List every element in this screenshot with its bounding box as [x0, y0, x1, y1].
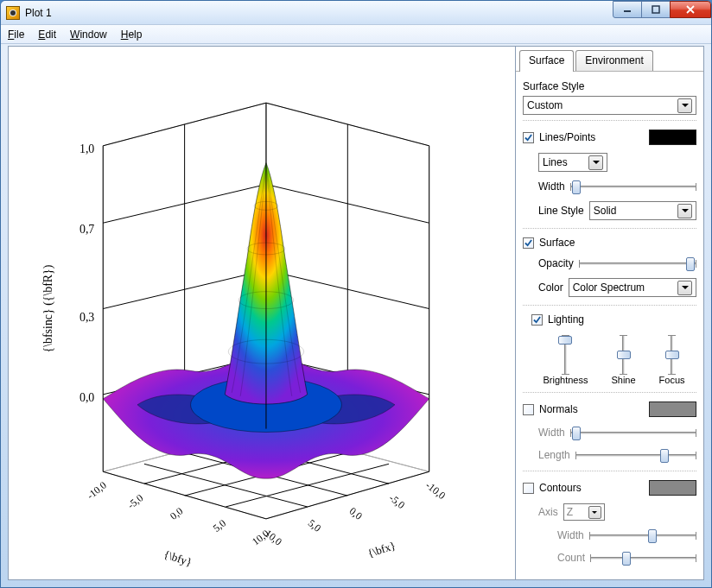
contours-axis-label: Axis [538, 506, 558, 518]
chevron-down-icon [588, 155, 603, 170]
contours-width-slider[interactable] [589, 528, 696, 543]
menu-file[interactable]: File [8, 28, 24, 41]
chevron-down-icon [677, 204, 692, 218]
svg-text:{\bfy}: {\bfy} [162, 547, 194, 569]
focus-slider[interactable] [664, 335, 680, 375]
surface-checkbox[interactable] [523, 237, 534, 249]
contours-label: Contours [539, 482, 582, 494]
brightness-slider[interactable] [557, 335, 573, 375]
svg-text:-5,0: -5,0 [125, 491, 146, 511]
normals-checkbox[interactable] [523, 404, 534, 415]
svg-text:5,0: 5,0 [211, 517, 228, 534]
svg-text:-10,0: -10,0 [423, 479, 448, 502]
color-label: Color [538, 281, 563, 294]
contours-axis-value: Z [567, 506, 573, 518]
lines-width-label: Width [538, 180, 565, 193]
line-style-label: Line Style [538, 205, 584, 217]
svg-text:0,0: 0,0 [347, 505, 365, 522]
maximize-button[interactable] [641, 1, 671, 18]
svg-text:1,0: 1,0 [79, 142, 94, 155]
contours-width-label: Width [557, 529, 584, 541]
minimize-button[interactable] [613, 1, 642, 18]
app-icon [6, 6, 20, 20]
contours-color-box[interactable] [649, 480, 696, 496]
contours-count-slider[interactable] [590, 550, 696, 566]
svg-text:-10,0: -10,0 [85, 479, 109, 502]
opacity-label: Opacity [538, 257, 574, 269]
lines-type-value: Lines [543, 156, 568, 168]
surface-style-label: Surface Style [523, 80, 696, 92]
brightness-label: Brightness [543, 375, 588, 385]
side-panel: Surface Environment Surface Style Custom… [516, 46, 704, 580]
surface-plot: 1,0 0,7 0,3 0,0 {\bfsinc} ({\bfR}) -10,0… [9, 47, 515, 579]
app-window: Plot 1 File Edit Window Help [0, 0, 712, 588]
focus-label: Focus [659, 375, 685, 385]
svg-text:0,0: 0,0 [79, 391, 94, 404]
svg-text:{\bfx}: {\bfx} [366, 539, 397, 560]
contours-count-label: Count [557, 552, 585, 564]
lighting-label: Lighting [548, 313, 584, 326]
svg-rect-0 [624, 10, 631, 12]
normals-width-slider[interactable] [570, 425, 696, 440]
contours-checkbox[interactable] [523, 483, 534, 494]
menu-help[interactable]: Help [121, 28, 143, 41]
opacity-slider[interactable] [579, 256, 696, 271]
line-style-value: Solid [594, 205, 617, 217]
svg-rect-1 [652, 6, 659, 13]
normals-label: Normals [539, 403, 578, 415]
menu-edit[interactable]: Edit [38, 28, 56, 41]
color-value: Color Spectrum [573, 281, 645, 294]
normals-color-box[interactable] [649, 401, 696, 417]
normals-length-slider[interactable] [575, 447, 696, 463]
line-style-select[interactable]: Solid [589, 201, 696, 220]
contours-axis-select[interactable]: Z [563, 503, 605, 521]
chevron-down-icon [588, 506, 601, 519]
shine-slider[interactable] [616, 335, 632, 375]
chevron-down-icon [677, 98, 692, 113]
lines-type-select[interactable]: Lines [538, 153, 607, 172]
lighting-checkbox[interactable] [531, 314, 543, 326]
surface-style-value: Custom [527, 99, 563, 111]
svg-text:0,3: 0,3 [79, 311, 94, 324]
side-tabs: Surface Environment [516, 47, 703, 72]
tab-surface[interactable]: Surface [519, 50, 574, 72]
svg-text:0,7: 0,7 [79, 223, 94, 236]
plot-canvas[interactable]: 1,0 0,7 0,3 0,0 {\bfsinc} ({\bfR}) -10,0… [8, 46, 516, 580]
client-area: 1,0 0,7 0,3 0,0 {\bfsinc} ({\bfR}) -10,0… [8, 46, 704, 580]
color-select[interactable]: Color Spectrum [569, 278, 696, 297]
svg-line-41 [103, 471, 266, 519]
lines-points-checkbox[interactable] [523, 132, 534, 143]
svg-text:-5,0: -5,0 [387, 492, 408, 512]
window-controls [613, 1, 711, 18]
svg-text:0,0: 0,0 [168, 505, 185, 522]
lines-color-box[interactable] [649, 130, 696, 145]
normals-width-label: Width [538, 427, 565, 439]
lines-width-slider[interactable] [570, 179, 696, 194]
surface-panel: Surface Style Custom Lines/Points Lines [516, 72, 703, 575]
window-title: Plot 1 [25, 7, 52, 19]
normals-length-label: Length [538, 449, 570, 461]
svg-text:{\bfsinc}  ({\bfR}): {\bfsinc} ({\bfR}) [41, 264, 55, 352]
lines-points-label: Lines/Points [539, 131, 595, 143]
titlebar[interactable]: Plot 1 [1, 1, 711, 25]
svg-line-42 [266, 471, 429, 519]
surface-style-select[interactable]: Custom [523, 96, 696, 115]
menubar: File Edit Window Help [1, 25, 711, 44]
tab-environment[interactable]: Environment [575, 50, 652, 71]
close-button[interactable] [670, 1, 711, 18]
chevron-down-icon [677, 281, 692, 295]
shine-label: Shine [611, 375, 635, 385]
menu-window[interactable]: Window [70, 28, 107, 41]
svg-text:5,0: 5,0 [306, 517, 323, 534]
surface-label: Surface [539, 237, 575, 249]
